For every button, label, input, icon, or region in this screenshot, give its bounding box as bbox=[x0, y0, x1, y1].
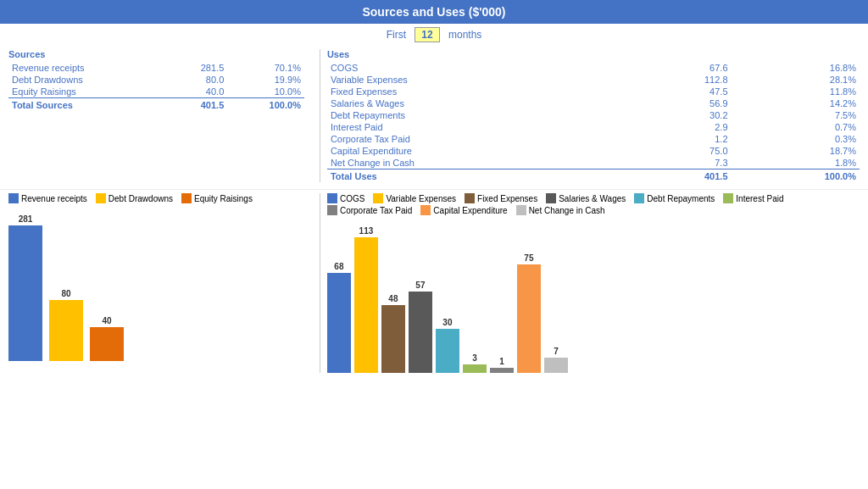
legend-color bbox=[516, 205, 526, 215]
uses-row: Salaries & Wages56.914.2% bbox=[327, 97, 860, 109]
sources-row-label: Equity Raisings bbox=[8, 86, 167, 98]
legend-item: Interest Paid bbox=[723, 193, 783, 203]
bar-group: 281 bbox=[8, 214, 42, 361]
right-bar-chart: 6811348573031757 bbox=[327, 220, 860, 373]
left-legend: Revenue receiptsDebt DrawdownsEquity Rai… bbox=[8, 193, 304, 203]
bar-value-label: 75 bbox=[524, 253, 533, 263]
legend-label: Interest Paid bbox=[736, 194, 783, 203]
bar-value-label: 68 bbox=[334, 262, 343, 271]
legend-color bbox=[723, 193, 733, 203]
legend-item: COGS bbox=[327, 193, 364, 203]
uses-row-value: 47.5 bbox=[631, 86, 732, 97]
uses-row-pct: 28.1% bbox=[732, 74, 860, 86]
right-chart: COGSVariable ExpensesFixed ExpensesSalar… bbox=[327, 193, 860, 373]
bar-group: 3 bbox=[463, 353, 487, 373]
sources-row-pct: 19.9% bbox=[227, 74, 304, 86]
uses-row-pct: 0.3% bbox=[732, 133, 860, 145]
legend-color bbox=[327, 193, 337, 203]
bar-group: 68 bbox=[327, 262, 351, 373]
bar bbox=[436, 329, 459, 373]
uses-title: Uses bbox=[327, 49, 860, 59]
uses-row-pct: 1.8% bbox=[732, 157, 860, 169]
uses-row: Interest Paid2.90.7% bbox=[327, 121, 860, 133]
bar-group: 1 bbox=[490, 357, 514, 373]
uses-row: COGS67.616.8% bbox=[327, 62, 860, 74]
uses-row-label: Salaries & Wages bbox=[327, 97, 631, 109]
bar bbox=[490, 368, 514, 373]
legend-label: COGS bbox=[340, 194, 364, 203]
months-label-before: First bbox=[387, 29, 406, 41]
legend-color bbox=[181, 193, 192, 203]
sources-row-pct: 70.1% bbox=[227, 62, 304, 74]
legend-color bbox=[373, 193, 383, 203]
uses-row: Net Change in Cash7.31.8% bbox=[327, 157, 860, 169]
bar-value-label: 3 bbox=[472, 353, 477, 363]
uses-row-label: Interest Paid bbox=[327, 121, 631, 133]
legend-color bbox=[546, 193, 556, 203]
legend-item: Equity Raisings bbox=[181, 193, 253, 203]
legend-color bbox=[96, 193, 106, 203]
legend-color bbox=[634, 193, 644, 203]
uses-table: COGS67.616.8%Variable Expenses112.828.1%… bbox=[327, 62, 860, 182]
bar-value-label: 113 bbox=[359, 226, 374, 236]
sources-table: Revenue receipts281.570.1%Debt Drawdowns… bbox=[8, 62, 304, 111]
legend-color bbox=[465, 193, 475, 203]
uses-row-pct: 11.8% bbox=[732, 86, 860, 97]
uses-row-label: Corporate Tax Paid bbox=[327, 133, 631, 145]
charts-area: Revenue receiptsDebt DrawdownsEquity Rai… bbox=[0, 189, 868, 373]
legend-item: Salaries & Wages bbox=[546, 193, 626, 203]
bar-group: 30 bbox=[436, 318, 459, 373]
uses-row: Capital Expenditure75.018.7% bbox=[327, 145, 860, 157]
legend-label: Variable Expenses bbox=[386, 194, 456, 203]
legend-color bbox=[8, 193, 19, 203]
sources-row-value: 40.0 bbox=[167, 86, 227, 98]
bar-value-label: 48 bbox=[388, 294, 398, 303]
uses-row-value: 67.6 bbox=[631, 62, 732, 74]
sources-row: Revenue receipts281.570.1% bbox=[8, 62, 304, 74]
uses-row-value: 7.3 bbox=[631, 157, 732, 169]
uses-row-label: Debt Repayments bbox=[327, 109, 631, 121]
legend-item: Debt Repayments bbox=[634, 193, 715, 203]
uses-row-value: 75.0 bbox=[631, 145, 732, 157]
sources-row-label: Revenue receipts bbox=[8, 62, 167, 74]
legend-color bbox=[327, 205, 337, 215]
bar-group: 40 bbox=[90, 316, 124, 361]
legend-label: Debt Drawdowns bbox=[108, 194, 173, 203]
main-title: Sources and Uses ($'000) bbox=[0, 0, 868, 24]
sources-row-value: 80.0 bbox=[167, 74, 227, 86]
bar bbox=[409, 292, 432, 373]
left-bar-chart: 2818040 bbox=[8, 208, 304, 361]
vertical-divider bbox=[320, 49, 320, 182]
legend-item: Revenue receipts bbox=[8, 193, 87, 203]
uses-row-label: Fixed Expenses bbox=[327, 86, 631, 97]
bar bbox=[517, 264, 541, 373]
sources-row: Debt Drawdowns80.019.9% bbox=[8, 74, 304, 86]
bar bbox=[463, 364, 487, 373]
legend-label: Corporate Tax Paid bbox=[340, 206, 412, 215]
legend-label: Salaries & Wages bbox=[559, 194, 626, 203]
legend-item: Capital Expenditure bbox=[420, 205, 507, 215]
bar-group: 57 bbox=[409, 281, 432, 373]
sources-total-row: Total Sources 401.5 100.0% bbox=[8, 98, 304, 112]
legend-item: Net Change in Cash bbox=[516, 205, 605, 215]
uses-row-value: 2.9 bbox=[631, 121, 732, 133]
legend-label: Net Change in Cash bbox=[529, 206, 605, 215]
uses-row-value: 56.9 bbox=[631, 97, 732, 109]
uses-row-pct: 18.7% bbox=[732, 145, 860, 157]
uses-row-pct: 14.2% bbox=[732, 97, 860, 109]
uses-row-value: 30.2 bbox=[631, 109, 732, 121]
uses-row-value: 1.2 bbox=[631, 133, 732, 145]
left-chart: Revenue receiptsDebt DrawdownsEquity Rai… bbox=[8, 193, 313, 373]
sources-section: Sources Revenue receipts281.570.1%Debt D… bbox=[8, 49, 313, 182]
sources-title: Sources bbox=[8, 49, 304, 59]
sources-row-value: 281.5 bbox=[167, 62, 227, 74]
sources-row-pct: 10.0% bbox=[227, 86, 304, 98]
bar-value-label: 80 bbox=[61, 289, 70, 298]
bar-group: 80 bbox=[49, 289, 83, 361]
legend-label: Fixed Expenses bbox=[477, 194, 537, 203]
legend-item: Fixed Expenses bbox=[465, 193, 537, 203]
uses-row-label: Variable Expenses bbox=[327, 74, 631, 86]
months-input[interactable]: 12 bbox=[415, 27, 440, 42]
uses-row-pct: 16.8% bbox=[732, 62, 860, 74]
bar bbox=[49, 300, 83, 361]
